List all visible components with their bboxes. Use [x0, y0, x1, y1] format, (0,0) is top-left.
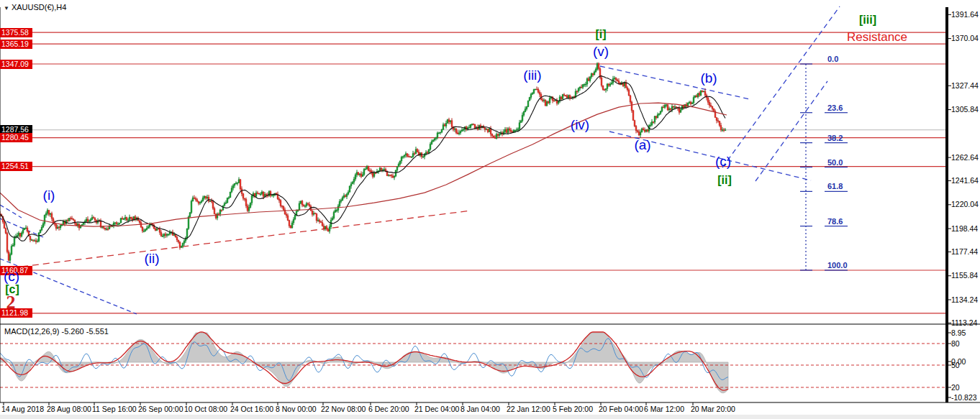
- ma-slow-red: [0, 103, 727, 226]
- candle-wicks-up: [10, 63, 725, 263]
- candle-bodies-up: [9, 64, 726, 261]
- trading-chart-window: ▼XAUUSD(€),H4 MACD(12,26,9) -5.260 -5.55…: [0, 0, 980, 419]
- bottom-strip: [0, 415, 980, 419]
- chart-canvas[interactable]: [0, 0, 980, 419]
- symbol-title-text: XAUUSD(€),H4: [12, 3, 66, 11]
- symbol-title[interactable]: ▼XAUUSD(€),H4: [4, 3, 66, 11]
- resistance-label: Resistance: [847, 30, 907, 45]
- macd-panel-bg: [0, 325, 948, 402]
- chevron-down-icon: ▼: [4, 5, 9, 11]
- channel-lower: [609, 132, 811, 180]
- support-trendline: [22, 211, 471, 267]
- projection-line: [722, 6, 840, 167]
- candle-bodies-down: [0, 64, 725, 261]
- macd-values: -5.260 -5.551: [61, 327, 108, 336]
- candle-wicks-down: [0, 63, 724, 262]
- macd-name: MACD(12,26,9): [4, 327, 59, 336]
- macd-indicator-label: MACD(12,26,9) -5.260 -5.551: [4, 327, 109, 336]
- old-channel-a: [0, 205, 22, 218]
- ma-fast-black: [0, 76, 725, 241]
- old-channel-c: [0, 259, 137, 314]
